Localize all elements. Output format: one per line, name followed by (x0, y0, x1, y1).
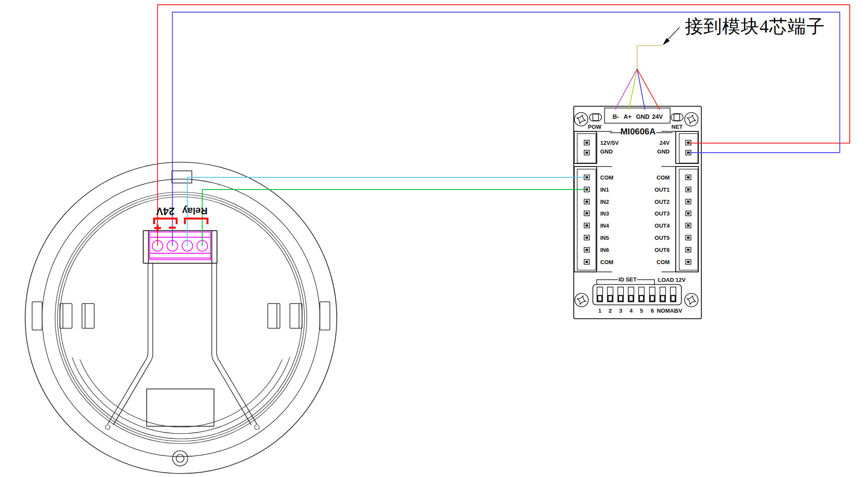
input-connector (574, 167, 597, 272)
side-slot-left-mid (60, 304, 72, 328)
id-set-label: ID SET (618, 276, 637, 283)
dip-label-5: 5 (640, 307, 643, 314)
pow-label: POW (588, 124, 602, 130)
bus-label-gnd: GND (636, 113, 649, 120)
out-label-out5: OUT5 (654, 235, 670, 241)
in-label-com-bottom: COM (600, 259, 613, 265)
wire-24v-red (158, 5, 850, 246)
out-label-out3: OUT3 (654, 210, 670, 217)
wires (158, 5, 850, 246)
module-title: MI0606A (620, 127, 655, 136)
wire-in1-green (202, 189, 586, 246)
wire-bus-gnd (637, 69, 645, 110)
wire-bus-b-minus (615, 69, 637, 110)
out-label-com-bottom: COM (657, 259, 670, 265)
output-pins-contacts (687, 176, 690, 263)
detector-lower-recess-arc-1 (72, 357, 290, 434)
in-label-in6: IN6 (600, 247, 609, 253)
corner-screw-bottom-right-icon (685, 294, 698, 307)
pow-indicator-slot (593, 114, 598, 121)
detector-terminal-block (150, 232, 210, 260)
wire-bus-24v (637, 69, 660, 110)
detector-base (25, 162, 337, 474)
wire-gnd-blue (172, 12, 840, 246)
corner-screw-top-right-icon (685, 113, 698, 126)
left-power-label-gnd: GND (600, 148, 613, 155)
out-label-out4: OUT4 (654, 222, 670, 229)
in-label-in4: IN4 (600, 222, 609, 229)
in-label-in2: IN2 (600, 199, 609, 205)
annotation-leader-line (668, 27, 680, 39)
annotation-callout: 接到模块4芯端子 (663, 16, 825, 45)
load-12v-label: LOAD 12V (658, 277, 686, 283)
in-label-com-top: COM (600, 174, 613, 181)
wire-channel (105, 263, 260, 430)
dip-label-6: 6 (651, 307, 654, 314)
pow-pins-contacts (585, 142, 588, 154)
wire-bus-yellow (637, 46, 662, 69)
dip-switch-sliders (598, 296, 675, 301)
input-connector-inner (577, 169, 596, 270)
side-slot-right-outer (320, 302, 330, 330)
net-indicator-window (671, 114, 683, 121)
detector-inner-ring-2 (58, 195, 305, 441)
out-label-out2: OUT2 (654, 199, 670, 205)
bus-label-24v: 24V (652, 113, 664, 120)
channel-wall-right-inner (212, 263, 251, 425)
dip-label-5v: 5V (675, 307, 682, 314)
bus-label-a-plus: A+ (624, 113, 631, 120)
dip-label-nomal: NOMAL (657, 307, 677, 314)
base-screw-hole-inner (176, 454, 184, 462)
net-indicator-slot (674, 114, 680, 121)
net-pins-contacts (687, 142, 690, 154)
left-power-label-12v5v: 12V/5V (600, 140, 619, 146)
side-slot-left-inner (82, 304, 94, 328)
side-slot-right-mid (290, 304, 302, 328)
wiring-diagram-canvas: B- A+ GND 24V POW NET MI0606A 12V/ (0, 0, 868, 477)
corner-screw-top-left-icon (575, 113, 588, 126)
pow-connector-inner (577, 134, 596, 163)
dip-label-1: 1 (598, 307, 601, 314)
right-power-label-gnd: GND (657, 148, 670, 155)
channel-foot-left (105, 425, 110, 430)
output-pins (686, 175, 691, 265)
detector-lower-recess-arc-2 (80, 359, 282, 427)
detector-inner-ring-1 (55, 192, 307, 444)
out-label-out1: OUT1 (654, 186, 670, 193)
corner-screw-bottom-left-icon (575, 294, 589, 307)
dip-switch-block (593, 284, 681, 305)
wiring-diagram-page: B- A+ GND 24V POW NET MI0606A 12V/ (0, 0, 868, 477)
wire-bus-a-plus (629, 69, 637, 110)
dip-label-4: 4 (629, 307, 633, 314)
detector-mounting-ring (42, 179, 320, 457)
detector-labels: 24V Relay (154, 206, 207, 232)
dip-label-3: 3 (619, 307, 622, 314)
in-label-in3: IN3 (600, 210, 609, 217)
side-slot-right-inner (268, 304, 280, 328)
junction-box (147, 389, 214, 426)
dip-label-2: 2 (608, 307, 612, 314)
io-module: B- A+ GND 24V POW NET MI0606A 12V/ (574, 106, 701, 319)
in-label-in1: IN1 (600, 186, 609, 193)
annotation-text: 接到模块4芯端子 (685, 16, 825, 36)
output-connector-inner (679, 169, 698, 270)
detector-24v-label: 24V (156, 206, 175, 217)
in-label-in5: IN5 (600, 235, 609, 241)
right-power-label-24v: 24V (660, 140, 670, 146)
net-label: NET (671, 124, 683, 130)
terminal-block-body (150, 232, 210, 260)
bus-label-b-minus: B- (613, 113, 619, 120)
bracket-relay (185, 219, 207, 224)
side-slot-left-outer (32, 302, 42, 330)
wire-com-cyan (187, 177, 586, 246)
net-connector-inner (679, 134, 698, 163)
pow-connector (574, 131, 597, 163)
detector-inner-ring-3 (60, 197, 302, 439)
base-screw-hole-outer (173, 451, 188, 466)
out-label-out6: OUT6 (654, 247, 670, 253)
out-label-com-top: COM (657, 174, 670, 181)
channel-foot-right (255, 425, 260, 430)
detector-relay-label: Relay (182, 206, 207, 216)
input-pins (584, 175, 589, 265)
pow-indicator-window (589, 114, 602, 121)
